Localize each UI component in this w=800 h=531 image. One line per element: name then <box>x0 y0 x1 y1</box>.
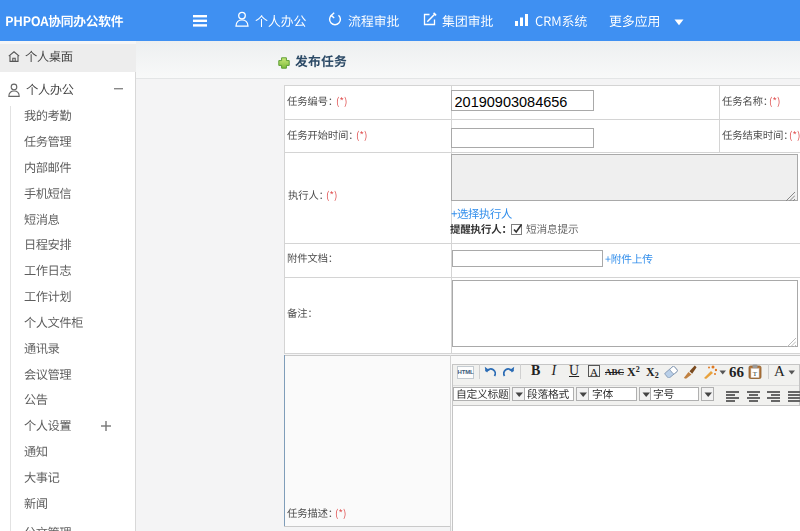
svg-text:T: T <box>753 369 758 377</box>
